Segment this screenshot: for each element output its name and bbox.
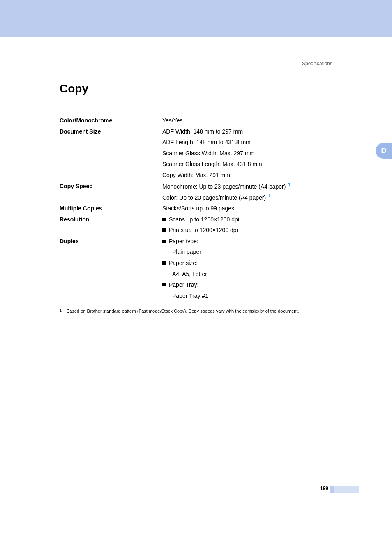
spec-label: Resolution xyxy=(60,214,162,225)
bullet-text: Paper type: xyxy=(169,236,198,247)
spec-sub: Plain paper xyxy=(172,246,339,258)
spec-line: Copy Width: Max. 291 mm xyxy=(162,170,339,181)
side-tab[interactable]: D xyxy=(376,143,392,159)
footnote-ref-link[interactable]: 1 xyxy=(288,182,291,187)
spec-row-document-size: Document Size ADF Width: 148 mm to 297 m… xyxy=(60,126,339,181)
footnote-number: 1 xyxy=(60,309,62,313)
spec-value: Stacks/Sorts up to 99 pages xyxy=(162,203,339,214)
spec-row-duplex: Duplex Paper type: Plain paper Paper siz… xyxy=(60,236,339,302)
spec-bullet: Scans up to 1200×1200 dpi xyxy=(162,214,339,225)
spec-line: Yes/Yes xyxy=(162,115,339,126)
spec-label: Duplex xyxy=(60,236,162,247)
bottom-accent-bar xyxy=(330,486,334,493)
bullet-text: Paper size: xyxy=(169,258,198,269)
spec-value: Yes/Yes xyxy=(162,115,339,126)
spec-bullet: Paper size: xyxy=(162,258,339,269)
bullet-icon xyxy=(162,218,166,221)
bullet-icon xyxy=(162,240,166,243)
spec-row-resolution: Resolution Scans up to 1200×1200 dpi Pri… xyxy=(60,214,339,236)
footnote: 1 Based on Brother standard pattern (Fas… xyxy=(60,309,339,313)
spec-line: ADF Length: 148 mm to 431.8 mm xyxy=(162,137,339,148)
bullet-text: Scans up to 1200×1200 dpi xyxy=(169,214,239,225)
spec-line: Scanner Glass Width: Max. 297 mm xyxy=(162,148,339,159)
spec-text: Color: Up to 20 pages/minute (A4 paper) xyxy=(162,194,266,200)
bullet-icon xyxy=(162,228,166,232)
spec-value: Monochrome: Up to 23 pages/minute (A4 pa… xyxy=(162,181,339,203)
spec-table: Color/Monochrome Yes/Yes Document Size A… xyxy=(60,115,339,301)
spec-line: Stacks/Sorts up to 99 pages xyxy=(162,203,339,214)
spec-bullet: Paper Tray: xyxy=(162,279,339,290)
bullet-text: Paper Tray: xyxy=(169,279,198,290)
spec-sub: A4, A5, Letter xyxy=(172,269,339,280)
bullet-text: Prints up to 1200×1200 dpi xyxy=(169,225,238,236)
bottom-accent xyxy=(334,486,359,493)
page-title: Copy xyxy=(60,82,339,95)
page-number: 199 xyxy=(320,486,328,491)
footnote-ref-link[interactable]: 1 xyxy=(268,193,271,198)
spec-text: Monochrome: Up to 23 pages/minute (A4 pa… xyxy=(162,183,286,189)
spec-bullet: Prints up to 1200×1200 dpi xyxy=(162,225,339,236)
top-banner xyxy=(0,0,392,37)
spec-line: Color: Up to 20 pages/minute (A4 paper) … xyxy=(162,192,339,203)
bullet-icon xyxy=(162,261,166,265)
spec-line: Monochrome: Up to 23 pages/minute (A4 pa… xyxy=(162,181,339,192)
top-rule xyxy=(0,53,392,53)
spec-bullet: Paper type: xyxy=(162,236,339,247)
spec-line: Scanner Glass Length: Max. 431.8 mm xyxy=(162,159,339,170)
spec-row-color-monochrome: Color/Monochrome Yes/Yes xyxy=(60,115,339,126)
spec-value: Scans up to 1200×1200 dpi Prints up to 1… xyxy=(162,214,339,236)
bullet-icon xyxy=(162,283,166,286)
spec-sub: Paper Tray #1 xyxy=(172,290,339,302)
spec-label: Document Size xyxy=(60,126,162,137)
spec-row-multiple-copies: Multiple Copies Stacks/Sorts up to 99 pa… xyxy=(60,203,339,214)
content-area: Copy Color/Monochrome Yes/Yes Document S… xyxy=(60,82,339,313)
spec-value: ADF Width: 148 mm to 297 mm ADF Length: … xyxy=(162,126,339,181)
spec-label: Color/Monochrome xyxy=(60,115,162,126)
spec-label: Copy Speed xyxy=(60,181,162,192)
spec-line: ADF Width: 148 mm to 297 mm xyxy=(162,126,339,137)
footnote-text: Based on Brother standard pattern (Fast … xyxy=(67,309,299,313)
spec-label: Multiple Copies xyxy=(60,203,162,214)
header-section-label: Specifications xyxy=(302,61,332,67)
spec-value: Paper type: Plain paper Paper size: A4, … xyxy=(162,236,339,302)
spec-row-copy-speed: Copy Speed Monochrome: Up to 23 pages/mi… xyxy=(60,181,339,203)
